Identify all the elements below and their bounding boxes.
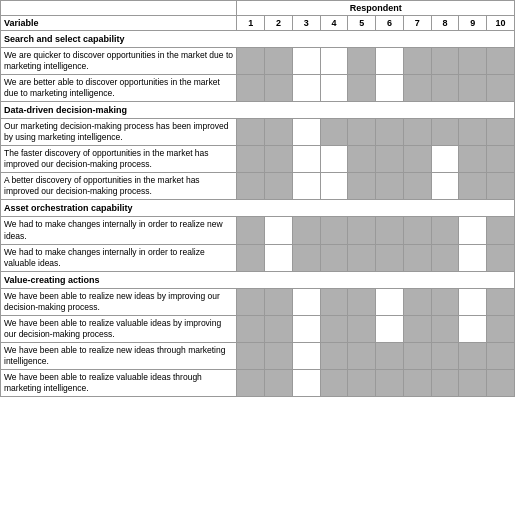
cell-0-1-3 <box>320 75 348 102</box>
section-header-3: Value-creating actions <box>1 271 515 288</box>
cell-2-1-9 <box>487 244 515 271</box>
cell-1-2-3 <box>320 173 348 200</box>
cell-2-0-6 <box>403 217 431 244</box>
row-label-0-0: We are quicker to discover opportunities… <box>1 48 237 75</box>
cell-3-2-2 <box>292 342 320 369</box>
cell-1-2-6 <box>403 173 431 200</box>
cell-3-1-6 <box>403 315 431 342</box>
cell-1-1-0 <box>237 146 265 173</box>
col-header-3: 3 <box>292 16 320 31</box>
col-header-6: 6 <box>376 16 404 31</box>
cell-3-1-1 <box>265 315 293 342</box>
cell-1-0-2 <box>292 119 320 146</box>
cell-3-0-0 <box>237 288 265 315</box>
table-row: The faster discovery of opportunities in… <box>1 146 515 173</box>
cell-1-2-4 <box>348 173 376 200</box>
cell-1-2-2 <box>292 173 320 200</box>
row-label-3-2: We have been able to realize new ideas t… <box>1 342 237 369</box>
cell-1-1-8 <box>459 146 487 173</box>
cell-2-0-4 <box>348 217 376 244</box>
respondent-header-row: Respondent <box>1 1 515 16</box>
cell-3-1-2 <box>292 315 320 342</box>
section-header-1: Data-driven decision-making <box>1 102 515 119</box>
table-row: We are better able to discover opportuni… <box>1 75 515 102</box>
cell-1-2-5 <box>376 173 404 200</box>
cell-3-3-4 <box>348 369 376 396</box>
table-row: We have been able to realize new ideas t… <box>1 342 515 369</box>
section-title-0: Search and select capability <box>1 31 515 48</box>
cell-2-1-8 <box>459 244 487 271</box>
respondent-header: Respondent <box>237 1 515 16</box>
cell-3-0-4 <box>348 288 376 315</box>
cell-0-1-2 <box>292 75 320 102</box>
cell-2-1-6 <box>403 244 431 271</box>
col-header-9: 9 <box>459 16 487 31</box>
cell-2-1-4 <box>348 244 376 271</box>
cell-1-1-4 <box>348 146 376 173</box>
cell-1-0-5 <box>376 119 404 146</box>
row-label-1-2: A better discovery of opportunities in t… <box>1 173 237 200</box>
row-label-0-1: We are better able to discover opportuni… <box>1 75 237 102</box>
col-header-5: 5 <box>348 16 376 31</box>
cell-3-3-7 <box>431 369 459 396</box>
cell-3-3-8 <box>459 369 487 396</box>
cell-1-1-7 <box>431 146 459 173</box>
cell-1-2-0 <box>237 173 265 200</box>
cell-2-0-1 <box>265 217 293 244</box>
table-row: We had to make changes internally in ord… <box>1 217 515 244</box>
cell-1-0-9 <box>487 119 515 146</box>
col-header-1: 1 <box>237 16 265 31</box>
cell-1-0-4 <box>348 119 376 146</box>
cell-1-2-9 <box>487 173 515 200</box>
cell-0-0-4 <box>348 48 376 75</box>
cell-1-0-3 <box>320 119 348 146</box>
cell-2-0-2 <box>292 217 320 244</box>
cell-3-0-9 <box>487 288 515 315</box>
cell-3-1-5 <box>376 315 404 342</box>
cell-1-0-7 <box>431 119 459 146</box>
cell-1-0-8 <box>459 119 487 146</box>
section-title-2: Asset orchestration capability <box>1 200 515 217</box>
cell-1-2-8 <box>459 173 487 200</box>
cell-3-2-5 <box>376 342 404 369</box>
cell-2-1-0 <box>237 244 265 271</box>
cell-2-0-0 <box>237 217 265 244</box>
cell-1-2-1 <box>265 173 293 200</box>
cell-2-0-7 <box>431 217 459 244</box>
cell-3-0-1 <box>265 288 293 315</box>
row-label-1-1: The faster discovery of opportunities in… <box>1 146 237 173</box>
cell-0-1-5 <box>376 75 404 102</box>
cell-2-0-8 <box>459 217 487 244</box>
cell-3-2-4 <box>348 342 376 369</box>
cell-2-1-1 <box>265 244 293 271</box>
cell-1-2-7 <box>431 173 459 200</box>
cell-3-2-6 <box>403 342 431 369</box>
cell-1-0-1 <box>265 119 293 146</box>
cell-3-0-3 <box>320 288 348 315</box>
table-row: We are quicker to discover opportunities… <box>1 48 515 75</box>
cell-3-3-1 <box>265 369 293 396</box>
cell-3-1-9 <box>487 315 515 342</box>
cell-0-0-2 <box>292 48 320 75</box>
cell-1-1-1 <box>265 146 293 173</box>
row-label-2-0: We had to make changes internally in ord… <box>1 217 237 244</box>
table-row: Our marketing decision-making process ha… <box>1 119 515 146</box>
cell-3-3-5 <box>376 369 404 396</box>
table-row: We had to make changes internally in ord… <box>1 244 515 271</box>
cell-3-0-6 <box>403 288 431 315</box>
empty-corner <box>1 1 237 16</box>
cell-3-3-2 <box>292 369 320 396</box>
cell-3-2-3 <box>320 342 348 369</box>
cell-3-3-6 <box>403 369 431 396</box>
cell-3-2-9 <box>487 342 515 369</box>
cell-1-1-5 <box>376 146 404 173</box>
cell-3-0-7 <box>431 288 459 315</box>
cell-1-1-2 <box>292 146 320 173</box>
cell-3-3-0 <box>237 369 265 396</box>
cell-0-1-0 <box>237 75 265 102</box>
cell-1-1-6 <box>403 146 431 173</box>
cell-3-0-5 <box>376 288 404 315</box>
cell-0-0-0 <box>237 48 265 75</box>
cell-0-0-1 <box>265 48 293 75</box>
table-row: We have been able to realize new ideas b… <box>1 288 515 315</box>
